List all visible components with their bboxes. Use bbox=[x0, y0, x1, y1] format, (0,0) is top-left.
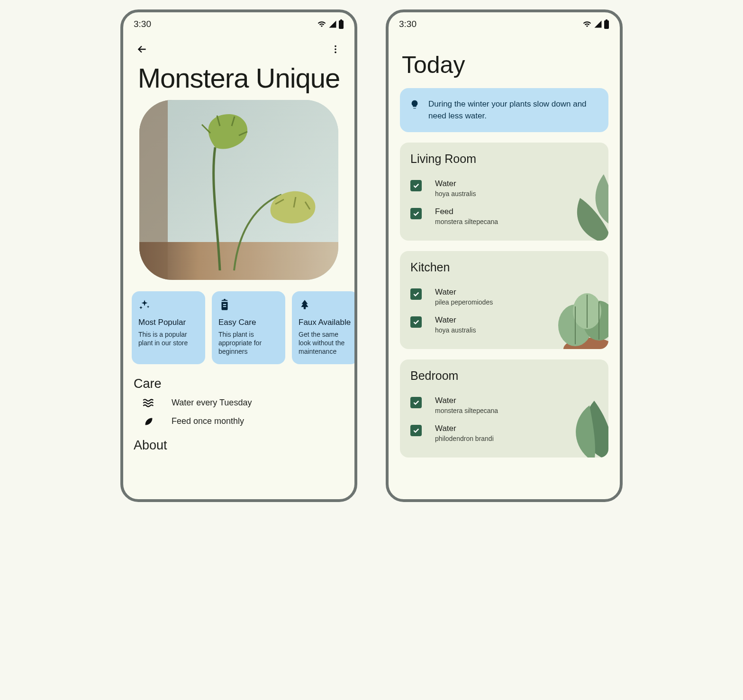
more-button[interactable] bbox=[327, 41, 344, 58]
task-checkbox[interactable] bbox=[410, 208, 422, 219]
task-plant: philodendron brandi bbox=[435, 435, 494, 442]
chip-easy-care[interactable]: Easy Care This plant is appropriate for … bbox=[212, 291, 285, 365]
statusbar: 3:30 bbox=[389, 12, 620, 32]
task-checkbox[interactable] bbox=[410, 425, 422, 436]
chip-title: Faux Available bbox=[299, 318, 352, 327]
task-action: Water bbox=[435, 179, 476, 188]
task-checkbox[interactable] bbox=[410, 316, 422, 328]
tip-text: During the winter your plants slow down … bbox=[428, 99, 599, 122]
chip-desc: This plant is appropriate for beginners bbox=[218, 330, 279, 356]
chip-most-popular[interactable]: Most Popular This is a popular plant in … bbox=[132, 291, 205, 365]
leaf-icon bbox=[142, 415, 155, 427]
task-plant: monstera siltepecana bbox=[435, 407, 498, 414]
task-plant: hoya australis bbox=[435, 326, 476, 334]
room-card: BedroomWatermonstera siltepecanaWaterphi… bbox=[400, 359, 608, 458]
status-icons bbox=[582, 19, 609, 29]
hero-image bbox=[139, 100, 338, 280]
arrow-left-icon bbox=[136, 43, 148, 55]
task-row: Waterphilodendron brandi bbox=[410, 419, 598, 447]
care-text: Feed once monthly bbox=[172, 416, 244, 426]
svg-rect-10 bbox=[606, 19, 607, 21]
room-name: Living Room bbox=[410, 152, 598, 166]
chip-title: Most Popular bbox=[138, 318, 199, 327]
wifi-icon bbox=[317, 20, 327, 28]
task-plant: monstera siltepecana bbox=[435, 218, 498, 225]
svg-point-3 bbox=[335, 48, 336, 50]
task-row: Waterpilea peperomiodes bbox=[410, 283, 598, 311]
clipboard-icon bbox=[218, 299, 231, 311]
waves-icon bbox=[142, 398, 155, 408]
svg-rect-9 bbox=[604, 20, 609, 29]
back-button[interactable] bbox=[134, 41, 151, 58]
signal-icon bbox=[593, 20, 603, 28]
svg-rect-0 bbox=[339, 20, 344, 29]
phone-today: 3:30 Today During the winter your plants… bbox=[386, 9, 623, 502]
task-action: Water bbox=[435, 396, 498, 405]
today-title: Today bbox=[389, 32, 620, 88]
chip-desc: Get the same look without the maintenanc… bbox=[299, 330, 352, 356]
lightbulb-icon bbox=[409, 99, 420, 112]
task-action: Water bbox=[435, 315, 476, 325]
feature-chips[interactable]: Most Popular This is a popular plant in … bbox=[123, 280, 354, 369]
svg-point-11 bbox=[563, 338, 608, 349]
chip-desc: This is a popular plant in our store bbox=[138, 330, 199, 347]
statusbar: 3:30 bbox=[123, 12, 354, 32]
care-row-water: Water every Tuesday bbox=[123, 394, 354, 412]
task-row: Waterhoya australis bbox=[410, 174, 598, 202]
status-time: 3:30 bbox=[134, 19, 151, 29]
task-checkbox[interactable] bbox=[410, 288, 422, 300]
page-title: Monstera Unique bbox=[123, 61, 354, 100]
task-action: Water bbox=[435, 424, 494, 433]
task-action: Feed bbox=[435, 207, 498, 216]
chip-faux[interactable]: Faux Available Get the same look without… bbox=[292, 291, 354, 365]
battery-icon bbox=[604, 19, 609, 29]
status-time: 3:30 bbox=[399, 19, 417, 29]
sparkle-icon bbox=[138, 299, 151, 311]
tree-icon bbox=[299, 299, 311, 311]
room-card: Living RoomWaterhoya australisFeedmonste… bbox=[400, 143, 608, 241]
battery-icon bbox=[338, 19, 344, 29]
task-checkbox[interactable] bbox=[410, 397, 422, 408]
care-text: Water every Tuesday bbox=[172, 398, 252, 408]
svg-point-4 bbox=[335, 52, 336, 54]
phone-detail: 3:30 Monstera Unique bbox=[120, 9, 357, 502]
task-action: Water bbox=[435, 287, 493, 297]
more-vert-icon bbox=[330, 44, 341, 54]
task-row: Waterhoya australis bbox=[410, 311, 598, 339]
room-name: Kitchen bbox=[410, 260, 598, 274]
task-plant: hoya australis bbox=[435, 190, 476, 197]
room-name: Bedroom bbox=[410, 369, 598, 383]
svg-rect-8 bbox=[139, 100, 338, 280]
task-plant: pilea peperomiodes bbox=[435, 298, 493, 306]
tip-card: During the winter your plants slow down … bbox=[400, 88, 608, 132]
svg-point-2 bbox=[335, 45, 336, 47]
signal-icon bbox=[328, 20, 337, 28]
room-card: KitchenWaterpilea peperomiodesWaterhoya … bbox=[400, 251, 608, 349]
topbar bbox=[123, 32, 354, 61]
chip-title: Easy Care bbox=[218, 318, 279, 327]
about-heading: About bbox=[123, 431, 354, 456]
wifi-icon bbox=[582, 20, 592, 28]
task-row: Feedmonstera siltepecana bbox=[410, 202, 598, 230]
status-icons bbox=[317, 19, 344, 29]
svg-rect-1 bbox=[340, 19, 342, 21]
care-row-feed: Feed once monthly bbox=[123, 412, 354, 431]
task-checkbox[interactable] bbox=[410, 180, 422, 191]
task-row: Watermonstera siltepecana bbox=[410, 391, 598, 419]
care-heading: Care bbox=[123, 369, 354, 394]
